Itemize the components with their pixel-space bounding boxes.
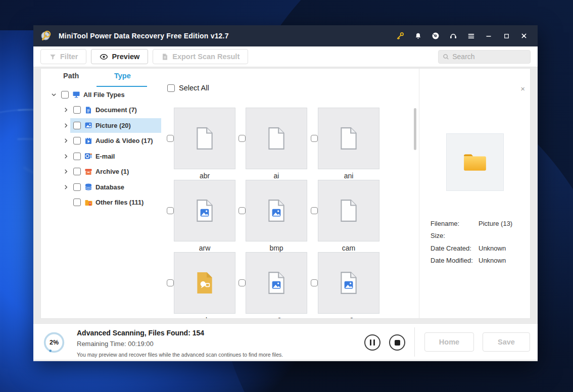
chevron-down-icon[interactable] — [51, 92, 57, 97]
image-file-icon — [267, 271, 286, 295]
tile-checkbox[interactable] — [238, 207, 246, 214]
pause-button[interactable] — [364, 334, 380, 351]
headset-icon[interactable] — [447, 29, 460, 42]
filter-button[interactable]: Filter — [40, 49, 86, 64]
file-tile-abr[interactable] — [174, 108, 235, 169]
scan-status-title: Advanced Scanning, Files Found: 154 — [77, 329, 204, 337]
detail-row: Date Modified: Unknown — [431, 255, 527, 267]
preview-panel: × Filename: Picture (13) — [419, 69, 531, 318]
tree-item-all-file-types[interactable]: All File Types — [41, 87, 162, 103]
chevron-right-icon[interactable] — [63, 184, 69, 190]
stop-button[interactable] — [389, 334, 405, 351]
tile-checkbox[interactable] — [311, 279, 318, 286]
tile-checkbox[interactable] — [238, 135, 246, 142]
chevron-right-icon[interactable] — [63, 123, 69, 128]
checkbox[interactable] — [73, 153, 81, 160]
tree-item-other-files[interactable]: Other files (111) — [41, 195, 162, 211]
tile-checkbox[interactable] — [167, 279, 174, 286]
grid-scrollbar[interactable] — [414, 108, 416, 150]
tile-label: abr — [174, 171, 235, 180]
checkbox[interactable] — [73, 106, 81, 114]
menu-icon[interactable] — [464, 29, 478, 42]
tree-item-email[interactable]: E-mail — [41, 149, 162, 164]
other-files-icon — [84, 199, 92, 207]
archive-icon — [84, 168, 92, 176]
search-input[interactable] — [452, 53, 526, 61]
detail-value: Picture (13) — [479, 220, 512, 227]
export-scan-result-button[interactable]: Export Scan Result — [153, 49, 248, 64]
file-details: Filename: Picture (13) Size: Date Create… — [431, 217, 527, 267]
tree-item-picture[interactable]: Picture (20) — [41, 118, 162, 133]
chevron-right-icon[interactable] — [63, 169, 69, 174]
tab-type[interactable]: Type — [114, 72, 131, 80]
tile-label: ai — [246, 171, 307, 180]
select-all-control[interactable]: Select All — [167, 84, 209, 92]
toolbar: Filter Preview Export Scan Result — [33, 46, 538, 67]
tree-item-label: Document (7) — [96, 106, 137, 114]
statusbar-divider — [414, 327, 415, 357]
chevron-right-icon[interactable] — [63, 107, 69, 113]
home-button[interactable]: Home — [424, 332, 474, 352]
file-tile-ani[interactable] — [318, 108, 379, 169]
search-box[interactable] — [438, 50, 531, 64]
checkbox[interactable] — [73, 199, 81, 206]
tree-item-audio-video[interactable]: Audio & Video (17) — [41, 133, 162, 149]
checkbox[interactable] — [73, 137, 81, 144]
monitor-icon — [72, 90, 80, 99]
save-button[interactable]: Save — [483, 332, 530, 352]
minimize-icon[interactable] — [482, 29, 495, 42]
document-icon — [84, 106, 92, 114]
preview-button[interactable]: Preview — [91, 49, 148, 64]
image-file-icon — [267, 199, 286, 222]
tree-item-database[interactable]: Database — [41, 179, 162, 195]
tile-checkbox[interactable] — [167, 135, 174, 142]
chevron-right-icon[interactable] — [63, 154, 69, 159]
export-document-icon — [161, 53, 169, 61]
disc-icon[interactable] — [429, 29, 442, 42]
file-tile-cdr[interactable] — [174, 252, 235, 314]
file-tile-bmp[interactable] — [246, 180, 307, 241]
tab-path[interactable]: Path — [63, 72, 79, 80]
close-icon[interactable] — [517, 29, 531, 42]
detail-label: Size: — [431, 232, 479, 239]
stop-icon — [395, 340, 400, 346]
tile-checkbox[interactable] — [238, 279, 246, 286]
detail-value: Unknown — [479, 257, 506, 264]
select-all-checkbox[interactable] — [167, 84, 175, 92]
checkbox[interactable] — [61, 91, 69, 99]
tile-checkbox[interactable] — [311, 135, 318, 142]
tree-item-archive[interactable]: Archive (1) — [41, 164, 162, 180]
image-file-icon — [339, 271, 358, 295]
filter-label: Filter — [60, 53, 78, 61]
titlebar: MiniTool Power Data Recovery Free Editio… — [33, 25, 538, 46]
key-icon[interactable] — [394, 29, 407, 42]
scan-note: You may preview and recover files while … — [77, 352, 283, 358]
file-tile-arw[interactable] — [174, 180, 235, 241]
tile-checkbox[interactable] — [167, 207, 174, 214]
chevron-right-icon[interactable] — [63, 138, 69, 143]
checkbox[interactable] — [73, 183, 81, 191]
tile-label: cr2 — [246, 316, 307, 318]
detail-value: Unknown — [479, 244, 506, 252]
preview-close-icon[interactable]: × — [520, 85, 525, 92]
file-tile-cr2[interactable] — [246, 252, 307, 314]
file-tile-cam[interactable] — [318, 180, 379, 241]
file-tile-ai[interactable] — [246, 108, 307, 169]
tile-checkbox[interactable] — [311, 207, 318, 214]
window-title: MiniTool Power Data Recovery Free Editio… — [59, 32, 229, 40]
bell-icon[interactable] — [411, 29, 424, 42]
image-file-icon — [195, 199, 214, 222]
tree-item-label: Other files (111) — [96, 199, 144, 206]
file-tile-cr3[interactable] — [318, 252, 379, 314]
checkbox[interactable] — [73, 168, 81, 175]
audio-video-icon — [84, 137, 92, 145]
tile-label: cdr — [174, 316, 235, 318]
checkbox[interactable] — [73, 122, 81, 129]
maximize-icon[interactable] — [500, 29, 513, 42]
email-icon — [84, 152, 92, 160]
picture-icon — [84, 121, 92, 129]
blank-file-icon — [339, 199, 358, 222]
detail-label: Date Created: — [431, 244, 479, 252]
tree-item-document[interactable]: Document (7) — [41, 103, 162, 118]
search-icon — [443, 53, 449, 61]
